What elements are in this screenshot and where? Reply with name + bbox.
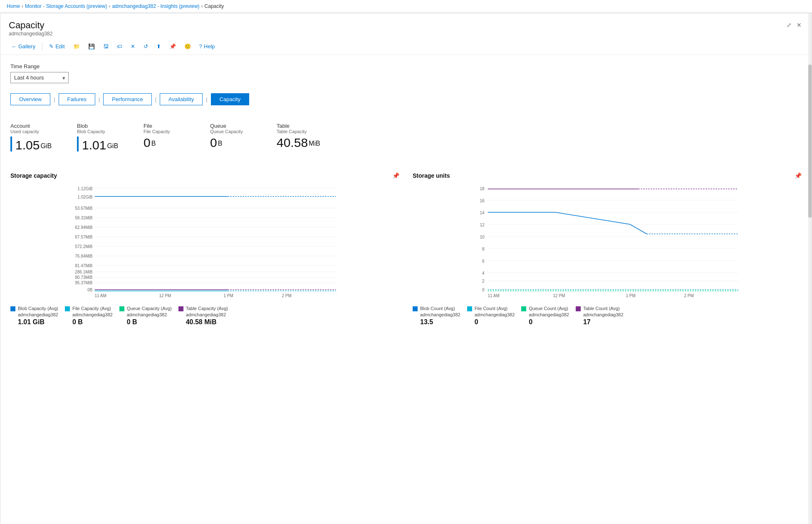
legend-blob-capacity: Blob Capacity (Avg)admchangediag382 1.01… [10,305,58,326]
legend-file-color [65,306,70,311]
scrollbar-track[interactable] [808,13,812,524]
breadcrumb-monitor[interactable]: Monitor - Storage Accounts (preview) [25,3,107,9]
legend-file-capacity: File Capacity (Avg)admchangediag382 0 B [65,305,113,326]
page-title: Capacity [9,20,52,31]
legend-table-count-color [576,306,581,311]
svg-text:1 PM: 1 PM [224,293,233,298]
edit-label: Edit [55,43,64,50]
edit-icon: ✎ [49,43,54,50]
svg-text:10: 10 [480,235,485,239]
legend-queue-capacity: Queue Capacity (Avg)admchangediag382 0 B [119,305,172,326]
folder-button[interactable]: 📁 [71,42,82,51]
tab-failures[interactable]: Failures [59,93,95,105]
close-button[interactable]: ✕ [795,20,803,30]
svg-text:53.67MiB: 53.67MiB [75,206,93,211]
charts-row: Storage capacity 📌 1.12GiB 1.02GiB 53.67… [10,172,802,326]
saveas-button[interactable]: 🖫 [101,42,111,51]
legend-table-color [178,306,183,311]
table-value: 40.58 [277,137,308,149]
account-bar [10,137,12,151]
svg-text:58.31MiB: 58.31MiB [75,216,93,220]
folder-icon: 📁 [73,43,80,50]
svg-text:90.73MiB: 90.73MiB [75,275,93,280]
time-range-label: Time Range [10,63,802,70]
share-button[interactable]: ⬆ [154,42,163,51]
pin-icon: 📌 [169,43,176,50]
svg-text:81.47MiB: 81.47MiB [75,263,93,268]
breadcrumb-home[interactable]: Home [7,3,20,9]
tag-button[interactable]: 🏷 [114,42,125,51]
storage-units-panel: Storage units 📌 18 16 14 12 10 8 6 4 2 [413,172,802,326]
time-range-section: Time Range Last 30 minutes Last hour Las… [10,63,802,83]
refresh-icon: ↺ [144,43,148,50]
legend-queue-color [119,306,124,311]
tab-capacity[interactable]: Capacity [211,93,250,105]
scrollbar-thumb[interactable] [808,65,812,218]
storage-units-pin[interactable]: 📌 [795,172,802,179]
tab-availability[interactable]: Availability [160,93,203,105]
svg-text:572.2MiB: 572.2MiB [75,244,93,249]
edit-button[interactable]: ✎ Edit [47,42,67,51]
emoji-icon: 🙂 [184,43,191,50]
help-label: Help [204,43,215,50]
svg-text:2 PM: 2 PM [684,293,694,298]
account-unit: GiB [40,142,52,150]
legend-queue-count-color [521,306,526,311]
svg-line-60 [630,224,647,234]
gallery-button[interactable]: ← Gallery [9,42,38,51]
title-section: Capacity admchangediag382 [9,20,52,37]
svg-text:2 PM: 2 PM [282,293,292,298]
svg-text:8: 8 [482,247,485,251]
toolbar-separator-1 [42,42,42,51]
svg-text:12 PM: 12 PM [553,293,565,298]
storage-capacity-chart-area: 1.12GiB 1.02GiB 53.67MiB 58.31MiB 62.94M… [10,184,399,300]
discard-button[interactable]: ✕ [128,42,138,51]
file-value: 0 [144,137,151,149]
svg-text:76.84MiB: 76.84MiB [75,254,93,258]
help-icon: ? [199,43,202,50]
save-button[interactable]: 💾 [86,42,97,51]
svg-text:1.12GiB: 1.12GiB [77,186,92,191]
legend-file-count: File Count (Avg)admchangediag382 0 [467,305,515,326]
account-value: 1.05 [15,139,40,151]
storage-units-svg: 18 16 14 12 10 8 6 4 2 0 [413,184,802,300]
tag-icon: 🏷 [117,43,122,50]
tab-performance[interactable]: Performance [103,93,151,105]
queue-unit: B [218,140,223,147]
refresh-button[interactable]: ↺ [141,42,151,51]
main-content: Time Range Last 30 minutes Last hour Las… [0,55,812,334]
svg-text:67.57MiB: 67.57MiB [75,235,93,239]
share-icon: ⬆ [156,43,161,50]
tab-overview[interactable]: Overview [10,93,50,105]
tabs-row: Overview | Failures | Performance | Avai… [10,93,802,105]
svg-text:4: 4 [482,271,485,276]
legend-table-capacity: Table Capacity (Avg)admchangediag382 40.… [178,305,228,326]
metric-file: File File Capacity 0 B [144,123,210,151]
breadcrumb-insights[interactable]: admchangediag382 - Insights (preview) [112,3,199,9]
storage-capacity-header: Storage capacity 📌 [10,172,399,179]
gallery-label: Gallery [18,43,35,50]
help-button[interactable]: ? Help [197,42,218,51]
svg-text:286.1MiB: 286.1MiB [75,270,93,274]
svg-text:11 AM: 11 AM [488,293,500,298]
discard-icon: ✕ [131,43,135,50]
popout-button[interactable]: ⤢ [785,20,793,30]
saveas-icon: 🖫 [103,43,109,50]
title-actions: ⤢ ✕ [785,20,803,30]
metric-queue: Queue Queue Capacity 0 B [210,123,277,151]
svg-text:95.37MiB: 95.37MiB [75,281,93,285]
emoji-button[interactable]: 🙂 [182,42,193,51]
legend-queue-count: Queue Count (Avg)admchangediag382 0 [521,305,569,326]
metrics-row: Account Used capacity 1.05 GiB Blob Blob… [10,119,802,156]
svg-text:6: 6 [482,259,485,263]
blob-value: 1.01 [82,139,106,151]
svg-text:11 AM: 11 AM [95,293,106,298]
storage-capacity-panel: Storage capacity 📌 1.12GiB 1.02GiB 53.67… [10,172,399,326]
storage-capacity-svg: 1.12GiB 1.02GiB 53.67MiB 58.31MiB 62.94M… [10,184,399,300]
storage-capacity-pin[interactable]: 📌 [392,172,399,179]
queue-value: 0 [210,137,217,149]
page-subtitle: admchangediag382 [9,31,52,37]
svg-text:12 PM: 12 PM [159,293,171,298]
time-range-select[interactable]: Last 30 minutes Last hour Last 4 hours L… [10,72,69,83]
pin-button[interactable]: 📌 [167,42,178,51]
